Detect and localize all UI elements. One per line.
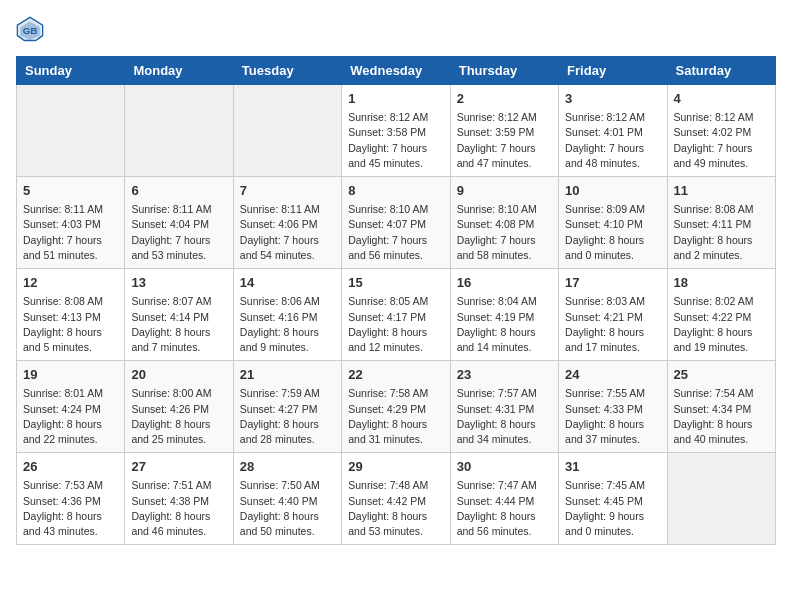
day-number: 21: [240, 366, 335, 384]
table-row: 8Sunrise: 8:10 AM Sunset: 4:07 PM Daylig…: [342, 177, 450, 269]
table-row: 13Sunrise: 8:07 AM Sunset: 4:14 PM Dayli…: [125, 269, 233, 361]
day-number: 3: [565, 90, 660, 108]
day-number: 29: [348, 458, 443, 476]
day-number: 13: [131, 274, 226, 292]
table-row: 25Sunrise: 7:54 AM Sunset: 4:34 PM Dayli…: [667, 361, 775, 453]
day-header-sunday: Sunday: [17, 57, 125, 85]
day-info: Sunrise: 8:10 AM Sunset: 4:08 PM Dayligh…: [457, 202, 552, 263]
day-header-monday: Monday: [125, 57, 233, 85]
table-row: 22Sunrise: 7:58 AM Sunset: 4:29 PM Dayli…: [342, 361, 450, 453]
table-row: 9Sunrise: 8:10 AM Sunset: 4:08 PM Daylig…: [450, 177, 558, 269]
day-number: 16: [457, 274, 552, 292]
day-info: Sunrise: 7:50 AM Sunset: 4:40 PM Dayligh…: [240, 478, 335, 539]
day-info: Sunrise: 7:55 AM Sunset: 4:33 PM Dayligh…: [565, 386, 660, 447]
calendar-row: 5Sunrise: 8:11 AM Sunset: 4:03 PM Daylig…: [17, 177, 776, 269]
day-info: Sunrise: 8:12 AM Sunset: 4:02 PM Dayligh…: [674, 110, 769, 171]
day-info: Sunrise: 7:54 AM Sunset: 4:34 PM Dayligh…: [674, 386, 769, 447]
day-number: 26: [23, 458, 118, 476]
day-info: Sunrise: 8:03 AM Sunset: 4:21 PM Dayligh…: [565, 294, 660, 355]
table-row: 18Sunrise: 8:02 AM Sunset: 4:22 PM Dayli…: [667, 269, 775, 361]
day-number: 15: [348, 274, 443, 292]
day-number: 20: [131, 366, 226, 384]
day-number: 7: [240, 182, 335, 200]
table-row: 6Sunrise: 8:11 AM Sunset: 4:04 PM Daylig…: [125, 177, 233, 269]
table-row: [233, 85, 341, 177]
table-row: 23Sunrise: 7:57 AM Sunset: 4:31 PM Dayli…: [450, 361, 558, 453]
day-number: 8: [348, 182, 443, 200]
table-row: 21Sunrise: 7:59 AM Sunset: 4:27 PM Dayli…: [233, 361, 341, 453]
table-row: 15Sunrise: 8:05 AM Sunset: 4:17 PM Dayli…: [342, 269, 450, 361]
day-number: 31: [565, 458, 660, 476]
day-info: Sunrise: 8:04 AM Sunset: 4:19 PM Dayligh…: [457, 294, 552, 355]
table-row: 10Sunrise: 8:09 AM Sunset: 4:10 PM Dayli…: [559, 177, 667, 269]
table-row: 31Sunrise: 7:45 AM Sunset: 4:45 PM Dayli…: [559, 453, 667, 545]
day-info: Sunrise: 8:05 AM Sunset: 4:17 PM Dayligh…: [348, 294, 443, 355]
logo-icon: GB: [16, 16, 44, 44]
day-info: Sunrise: 7:58 AM Sunset: 4:29 PM Dayligh…: [348, 386, 443, 447]
day-info: Sunrise: 8:01 AM Sunset: 4:24 PM Dayligh…: [23, 386, 118, 447]
day-number: 17: [565, 274, 660, 292]
day-number: 6: [131, 182, 226, 200]
day-info: Sunrise: 8:12 AM Sunset: 3:58 PM Dayligh…: [348, 110, 443, 171]
table-row: 28Sunrise: 7:50 AM Sunset: 4:40 PM Dayli…: [233, 453, 341, 545]
table-row: 29Sunrise: 7:48 AM Sunset: 4:42 PM Dayli…: [342, 453, 450, 545]
day-number: 30: [457, 458, 552, 476]
table-row: 7Sunrise: 8:11 AM Sunset: 4:06 PM Daylig…: [233, 177, 341, 269]
day-number: 11: [674, 182, 769, 200]
day-info: Sunrise: 8:12 AM Sunset: 3:59 PM Dayligh…: [457, 110, 552, 171]
table-row: [667, 453, 775, 545]
day-number: 28: [240, 458, 335, 476]
table-row: 20Sunrise: 8:00 AM Sunset: 4:26 PM Dayli…: [125, 361, 233, 453]
day-info: Sunrise: 8:08 AM Sunset: 4:11 PM Dayligh…: [674, 202, 769, 263]
day-info: Sunrise: 7:51 AM Sunset: 4:38 PM Dayligh…: [131, 478, 226, 539]
day-number: 5: [23, 182, 118, 200]
day-number: 1: [348, 90, 443, 108]
table-row: [17, 85, 125, 177]
day-info: Sunrise: 7:47 AM Sunset: 4:44 PM Dayligh…: [457, 478, 552, 539]
day-header-wednesday: Wednesday: [342, 57, 450, 85]
day-info: Sunrise: 8:12 AM Sunset: 4:01 PM Dayligh…: [565, 110, 660, 171]
logo: GB: [16, 16, 46, 44]
calendar-row: 12Sunrise: 8:08 AM Sunset: 4:13 PM Dayli…: [17, 269, 776, 361]
day-info: Sunrise: 7:45 AM Sunset: 4:45 PM Dayligh…: [565, 478, 660, 539]
table-row: 27Sunrise: 7:51 AM Sunset: 4:38 PM Dayli…: [125, 453, 233, 545]
day-number: 10: [565, 182, 660, 200]
table-row: 26Sunrise: 7:53 AM Sunset: 4:36 PM Dayli…: [17, 453, 125, 545]
table-row: [125, 85, 233, 177]
table-row: 19Sunrise: 8:01 AM Sunset: 4:24 PM Dayli…: [17, 361, 125, 453]
day-number: 24: [565, 366, 660, 384]
calendar-row: 19Sunrise: 8:01 AM Sunset: 4:24 PM Dayli…: [17, 361, 776, 453]
day-header-thursday: Thursday: [450, 57, 558, 85]
day-info: Sunrise: 8:09 AM Sunset: 4:10 PM Dayligh…: [565, 202, 660, 263]
svg-text:GB: GB: [23, 25, 38, 36]
day-info: Sunrise: 8:02 AM Sunset: 4:22 PM Dayligh…: [674, 294, 769, 355]
day-number: 23: [457, 366, 552, 384]
calendar-table: SundayMondayTuesdayWednesdayThursdayFrid…: [16, 56, 776, 545]
day-info: Sunrise: 8:08 AM Sunset: 4:13 PM Dayligh…: [23, 294, 118, 355]
table-row: 12Sunrise: 8:08 AM Sunset: 4:13 PM Dayli…: [17, 269, 125, 361]
day-number: 2: [457, 90, 552, 108]
day-number: 19: [23, 366, 118, 384]
day-info: Sunrise: 8:11 AM Sunset: 4:06 PM Dayligh…: [240, 202, 335, 263]
day-header-friday: Friday: [559, 57, 667, 85]
day-number: 14: [240, 274, 335, 292]
day-number: 9: [457, 182, 552, 200]
day-header-saturday: Saturday: [667, 57, 775, 85]
table-row: 1Sunrise: 8:12 AM Sunset: 3:58 PM Daylig…: [342, 85, 450, 177]
day-info: Sunrise: 7:57 AM Sunset: 4:31 PM Dayligh…: [457, 386, 552, 447]
day-info: Sunrise: 7:59 AM Sunset: 4:27 PM Dayligh…: [240, 386, 335, 447]
day-number: 18: [674, 274, 769, 292]
day-info: Sunrise: 8:00 AM Sunset: 4:26 PM Dayligh…: [131, 386, 226, 447]
calendar-row: 26Sunrise: 7:53 AM Sunset: 4:36 PM Dayli…: [17, 453, 776, 545]
day-info: Sunrise: 8:11 AM Sunset: 4:04 PM Dayligh…: [131, 202, 226, 263]
day-info: Sunrise: 7:53 AM Sunset: 4:36 PM Dayligh…: [23, 478, 118, 539]
table-row: 11Sunrise: 8:08 AM Sunset: 4:11 PM Dayli…: [667, 177, 775, 269]
day-number: 22: [348, 366, 443, 384]
day-info: Sunrise: 8:10 AM Sunset: 4:07 PM Dayligh…: [348, 202, 443, 263]
table-row: 4Sunrise: 8:12 AM Sunset: 4:02 PM Daylig…: [667, 85, 775, 177]
calendar-header-row: SundayMondayTuesdayWednesdayThursdayFrid…: [17, 57, 776, 85]
day-info: Sunrise: 8:07 AM Sunset: 4:14 PM Dayligh…: [131, 294, 226, 355]
page-header: GB: [16, 16, 776, 44]
table-row: 30Sunrise: 7:47 AM Sunset: 4:44 PM Dayli…: [450, 453, 558, 545]
table-row: 5Sunrise: 8:11 AM Sunset: 4:03 PM Daylig…: [17, 177, 125, 269]
